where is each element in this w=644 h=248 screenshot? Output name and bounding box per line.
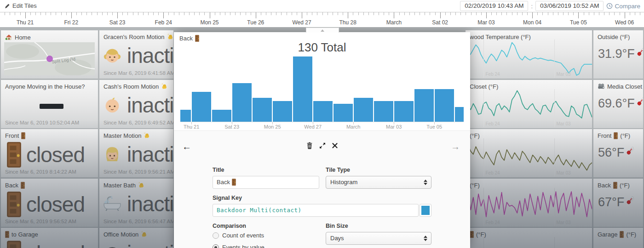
wave-icon [161,83,168,90]
date-from-input[interactable]: 02/20/2019 10:43 AM [460,1,528,11]
tile-back-temp[interactable]: Back(°F) 67°F [593,179,643,227]
select-arrows-icon [424,236,427,241]
histogram-bar[interactable] [414,89,434,122]
histogram-bar[interactable] [313,101,333,122]
timeline-day-label: Sat 23 [109,19,126,26]
tile-front-temperature-chart[interactable]: (°F) Feb 24 Mar 03 [466,129,592,177]
tile-wood-temperature[interactable]: wood Temperature (°F) Feb 24 Mar 03 [466,30,592,79]
histogram-bar[interactable] [455,107,464,122]
door-icon [232,179,236,186]
histogram-bar[interactable] [334,104,353,122]
axis-tick-label: Thu 21 [184,124,199,130]
expand-icon[interactable] [319,142,326,149]
minor-tick [153,12,154,15]
radio-count-of-events[interactable]: Count of events [213,232,319,239]
timeline-ruler[interactable]: Thu 21Fri 22Sat 23Feb 24Mon 25Tue 26Wed … [0,12,644,27]
histogram-bar[interactable] [273,101,292,122]
door-icon [6,241,22,248]
minor-tick [548,12,548,15]
signal-key-input[interactable]: Backdoor Multi(contact) [213,204,419,217]
minor-tick [460,12,461,15]
tile-to-garage[interactable]: to Garage closed [1,228,98,248]
tile-back-door[interactable]: Back closedSince Mar 6, 2019 9:56:52 AM [1,179,98,227]
axis-tick-label: Wed 27 [304,124,322,130]
histogram-bar[interactable] [180,110,191,122]
tile-anyone-moving[interactable]: Anyone Moving in the House?Since Mar 6, … [1,80,98,128]
collapse-tab[interactable] [306,28,339,33]
minor-tick [471,12,472,15]
tile-garage-temp[interactable]: Garage(°F) [593,228,643,248]
next-tile-arrow[interactable]: → [451,142,460,151]
radio-events-by-value[interactable]: Events by value [213,244,319,248]
title-input[interactable]: Back [213,176,319,189]
histogram-bar[interactable] [293,56,312,122]
minor-tick [215,12,215,15]
chart-gridline [483,237,484,248]
tile-gracen-motion[interactable]: Gracen's Room Motion inactiveSince Mar 6… [99,30,173,79]
minor-tick [322,12,323,15]
trash-icon[interactable] [306,142,313,149]
close-icon[interactable] [332,143,338,148]
compare-button[interactable]: Compare [606,3,640,10]
minor-tick [127,12,128,15]
date-to-input[interactable]: 03/06/2019 10:52 AM [535,1,604,11]
signal-color-swatch[interactable] [420,204,431,217]
tile-front-temp[interactable]: Front(°F) 56°F [593,129,643,177]
histogram-bar[interactable] [253,98,272,122]
radio-icon [213,232,219,239]
histogram-bar[interactable] [374,101,393,122]
minor-tick [251,12,251,15]
chart-gridline [554,188,555,226]
axis-tick-label: Mar 03 [386,124,402,130]
minor-tick [281,12,282,15]
thermometer-icon [625,195,635,205]
title-input-value: Back [217,176,230,188]
door-icon [6,192,22,217]
minor-tick [317,12,317,15]
chart-gridline-label: Feb 24 [486,121,500,126]
histogram-bar[interactable] [192,92,211,122]
histogram-bar[interactable] [435,89,454,122]
tile-office-motion[interactable]: Office Motion inactive [99,228,173,248]
tile-master-bath-motion[interactable]: Master Bath inactiveSince Mar 6, 2019 6:… [99,179,173,227]
chart-gridline [554,138,555,176]
histogram-bar[interactable] [232,83,252,122]
temperature-value: 56°F [598,146,635,160]
major-tick [25,12,26,18]
minor-tick [445,12,446,15]
tile-master-motion[interactable]: Master Motion inactiveSince Mar 6, 2019 … [99,129,173,177]
tile-back-temperature-chart[interactable]: (°F) Feb 24 Mar 03 [466,179,592,227]
tile-outside-temp[interactable]: Outside (°F) 31.9°F [593,30,643,79]
timeline-day-label: Tue 26 [247,19,264,26]
tile-front-door[interactable]: Front closedSince Mar 6, 2019 8:14:22 AM [1,129,98,177]
minor-tick [496,12,497,15]
chart-gridline-label: Mar 03 [557,121,571,126]
minor-tick [374,12,374,15]
chart-gridline [483,188,484,226]
tile-home[interactable]: Home Split Log Rd [1,30,98,79]
tile-type-value: Histogram [330,179,357,186]
minor-tick [414,12,415,15]
histogram-bar[interactable] [394,101,414,122]
tile-title-suffix: (°F) [620,132,630,139]
tile-cash-motion[interactable]: Cash's Room Motion inactiveSince Mar 6, … [99,80,173,128]
histogram-bar[interactable] [212,110,231,122]
tile-type-select[interactable]: Histogram [326,176,431,189]
status-text: inactive [127,93,173,118]
wave-icon [141,231,148,238]
door-icon [6,142,22,168]
minor-tick [409,12,410,15]
tile-garage-temperature-chart[interactable]: (°F) Feb 24 Mar 03 [466,228,592,248]
tile-closet-temperature[interactable]: Closet (°F) Feb 24 Mar 03 [466,80,592,128]
axis-tick-label: Tue 05 [426,124,442,130]
radio-selected-icon [213,244,219,248]
histogram-bar[interactable] [354,98,373,122]
bin-size-select[interactable]: Days [326,232,431,245]
chart-gridline-label: Mar 03 [557,72,571,77]
major-tick [71,12,72,18]
minor-tick [425,12,425,15]
previous-tile-arrow[interactable]: ← [182,142,191,151]
tile-title-text: Cash's Room Motion [104,83,159,90]
edit-tiles-button[interactable]: Edit Tiles [5,2,37,9]
tile-media-closet-temp[interactable]: Media Closet 69.6°F [593,80,643,128]
